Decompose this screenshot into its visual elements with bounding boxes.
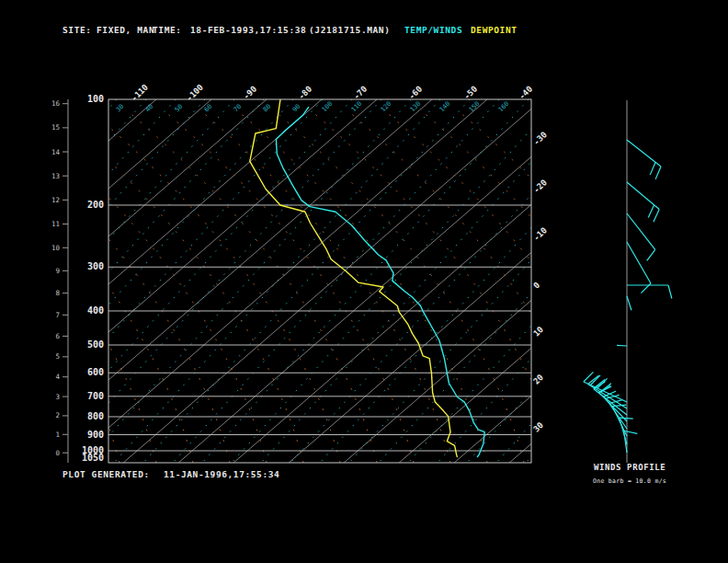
- isotherm-top-label: -80: [297, 85, 314, 102]
- moist-line-label: 120: [380, 100, 393, 114]
- height-tick-label: 7: [55, 311, 60, 319]
- height-tick-label: 8: [55, 289, 60, 297]
- winds-profile-title: WINDS PROFILE: [594, 463, 665, 472]
- moist-line-label: 30: [115, 103, 126, 114]
- pressure-tick-label: 1050: [82, 453, 104, 463]
- plot-generated-label: PLOT GENERATED:: [63, 469, 150, 479]
- isotherm-top-label: -70: [352, 85, 370, 102]
- winds-profile-subtitle: One barb = 10.0 m/s: [593, 477, 666, 485]
- height-tick-label: 0: [55, 449, 60, 457]
- height-tick-label: 9: [55, 267, 60, 275]
- wind-barb: [627, 140, 661, 179]
- isotherm-right-label: -20: [531, 178, 549, 195]
- moist-line-label: 140: [438, 100, 452, 114]
- pressure-tick-label: 300: [87, 261, 104, 271]
- wind-barb: [627, 182, 659, 222]
- height-tick-label: 3: [55, 393, 60, 401]
- wind-barb: [627, 213, 655, 260]
- isotherm-top-label: -100: [185, 83, 205, 103]
- wind-barb: [627, 285, 672, 298]
- pressure-tick-label: 900: [87, 430, 104, 440]
- height-tick-label: 16: [51, 99, 61, 108]
- wind-barb: [617, 345, 627, 346]
- pressure-tick-label: 500: [87, 339, 104, 350]
- moist-line-label: 130: [409, 100, 423, 114]
- wind-barb: [588, 375, 627, 408]
- pressure-tick-label: 700: [87, 391, 104, 401]
- moist-line-label: 80: [262, 103, 273, 114]
- height-tick-label: 13: [51, 172, 60, 180]
- sounding-app-screen: SITE: FIXED, MAN TIME: 18-FEB-1993,17:15…: [0, 0, 728, 563]
- wind-barb: [627, 296, 631, 310]
- height-tick-label: 1: [55, 431, 60, 439]
- height-tick-label: 12: [51, 196, 60, 204]
- isotherm-right-label: 10: [531, 325, 545, 339]
- moist-line-label: 110: [350, 100, 364, 114]
- dry-adiabats: [0, 109, 708, 463]
- pressure-gridlines: [108, 205, 531, 451]
- height-tick-label: 14: [51, 148, 61, 156]
- isotherm-right-label: -30: [531, 130, 549, 147]
- pressure-tick-label: 600: [87, 367, 104, 377]
- pressure-tick-label: 200: [87, 200, 104, 210]
- isotherm-right-label: 30: [531, 420, 545, 434]
- isotherm-top-label: -110: [130, 83, 150, 103]
- isotherm-top-label: -60: [407, 85, 425, 102]
- isotherm-top-label: -40: [518, 85, 535, 102]
- moist-line-label: 150: [468, 100, 482, 114]
- pressure-tick-labels: 10020030040050060070080090010001050: [82, 94, 104, 463]
- isotherm-right-label: 0: [531, 281, 541, 291]
- moist-line-label: 50: [174, 103, 185, 114]
- isotherm-right-label: 20: [531, 373, 545, 386]
- top-temp-labels: -110-100-90-80-70-60-50-40: [130, 83, 534, 103]
- moist-line-label: 70: [233, 103, 244, 114]
- isotherm-top-label: -90: [242, 85, 259, 102]
- wind-barbs: [584, 100, 672, 463]
- pressure-tick-label: 800: [87, 411, 104, 421]
- height-tick-label: 4: [55, 373, 60, 381]
- right-temp-labels: -30-20-100102030: [531, 130, 549, 434]
- plot-generated-value: 11-JAN-1996,17:55:34: [164, 469, 279, 479]
- moist-line-label: 90: [291, 103, 302, 114]
- height-tick-label: 2: [55, 411, 60, 419]
- height-tick-label: 6: [55, 332, 60, 340]
- moist-line-label: 60: [203, 103, 214, 114]
- moist-line-label: 100: [321, 100, 335, 114]
- isotherm-top-label: -50: [462, 85, 480, 102]
- moist-line-label: 40: [144, 103, 155, 114]
- pressure-tick-label: 100: [87, 94, 104, 104]
- height-tick-label: 15: [51, 123, 60, 132]
- pressure-tick-label: 400: [87, 305, 104, 316]
- height-tick-label: 11: [51, 220, 60, 228]
- height-axis: 012345678910111213141516: [51, 99, 68, 463]
- isotherm-right-label: -10: [531, 225, 549, 243]
- height-tick-label: 10: [51, 244, 61, 252]
- moist-line-label: 160: [497, 100, 511, 114]
- height-tick-label: 5: [55, 352, 60, 361]
